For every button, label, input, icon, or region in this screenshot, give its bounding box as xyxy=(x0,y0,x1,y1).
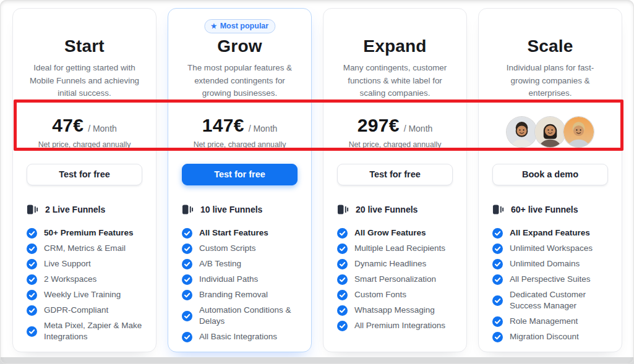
check-icon xyxy=(337,228,348,239)
mobile-funnel-icon xyxy=(27,204,38,215)
feature-item: CRM, Metrics & Email xyxy=(27,243,142,254)
feature-item: All Basic Integrations xyxy=(182,331,298,342)
feature-label: All Perspective Suites xyxy=(510,274,591,285)
funnels-row: 10 live Funnels xyxy=(182,204,298,215)
feature-label: 50+ Premium Features xyxy=(44,227,133,239)
feature-item: Dynamic Headlines xyxy=(337,258,453,269)
check-icon xyxy=(337,290,348,300)
feature-item: 2 Workspaces xyxy=(27,274,142,285)
feature-label: A/B Testing xyxy=(199,258,241,269)
check-icon xyxy=(182,332,192,342)
mobile-funnel-icon xyxy=(337,204,349,215)
price-line: 47€ / Month xyxy=(52,115,117,136)
price-note: Net price, charged annually xyxy=(194,140,286,149)
plan-card: Scale Individual plans for fast-growing … xyxy=(478,8,622,352)
customer-avatar-1 xyxy=(506,116,538,148)
check-icon xyxy=(337,259,348,269)
check-icon xyxy=(27,290,37,300)
cta-button[interactable]: Test for free xyxy=(27,164,142,185)
check-icon xyxy=(492,316,503,327)
feature-label: Custom Scripts xyxy=(199,243,256,254)
check-icon xyxy=(27,243,37,254)
funnels-row: 60+ live Funnels xyxy=(492,204,608,215)
feature-item: Unlimited Workspaces xyxy=(492,243,608,254)
customer-avatar-3 xyxy=(563,116,594,148)
check-icon xyxy=(182,259,192,269)
check-icon xyxy=(27,305,37,316)
feature-item: Weekly Live Training xyxy=(27,289,142,300)
feature-label: All Expand Features xyxy=(510,227,590,239)
feature-label: All Grow Features xyxy=(354,227,426,239)
feature-label: CRM, Metrics & Email xyxy=(44,243,126,254)
plan-title: Expand xyxy=(337,36,453,56)
check-icon xyxy=(492,259,503,269)
price-period: / Month xyxy=(249,124,278,133)
cta-button[interactable]: Test for free xyxy=(337,164,453,185)
badge-label: Most popular xyxy=(220,21,268,31)
customer-avatar-2 xyxy=(534,116,566,148)
feature-item: Custom Scripts xyxy=(182,243,298,254)
feature-item: Custom Fonts xyxy=(337,289,453,300)
feature-label: All Premium Integrations xyxy=(354,320,445,331)
price-area: 147€ / Month Net price, charged annually xyxy=(182,101,298,163)
funnels-label: 20 live Funnels xyxy=(356,205,418,214)
feature-label: Automation Conditions & Delays xyxy=(199,305,298,327)
funnels-row: 2 Live Funnels xyxy=(27,204,142,215)
feature-label: 2 Workspaces xyxy=(44,274,96,285)
price-area: 47€ / Month Net price, charged annually xyxy=(27,101,142,163)
feature-item: All Perspective Suites xyxy=(492,274,608,285)
plan-card: ★ Most popular Grow The most popular fea… xyxy=(168,8,312,352)
check-icon xyxy=(182,274,192,285)
feature-item: Branding Removal xyxy=(182,289,298,300)
feature-item: Multiple Lead Recipients xyxy=(337,243,453,254)
feature-label: Role Management xyxy=(510,316,578,327)
plan-description: Individual plans for fast-growing compan… xyxy=(492,62,608,101)
feature-list: All Grow Features Multiple Lead Recipien… xyxy=(337,227,453,331)
feature-item: GDPR-Compliant xyxy=(27,305,142,316)
feature-label: Whatsapp Messaging xyxy=(354,305,435,316)
check-icon xyxy=(492,243,503,254)
plan-description: The most popular features & extended con… xyxy=(182,62,298,101)
feature-item: Role Management xyxy=(492,316,608,327)
feature-label: Branding Removal xyxy=(199,289,268,300)
plan-card: Start Ideal for getting started with Mob… xyxy=(12,8,156,352)
plan-card: Expand Many contingents, customer functi… xyxy=(323,8,467,352)
funnels-label: 2 Live Funnels xyxy=(45,205,105,214)
feature-label: Unlimited Domains xyxy=(510,258,580,269)
feature-label: Smart Personalization xyxy=(354,274,436,285)
cta-button[interactable]: Test for free xyxy=(182,164,298,185)
price-period: / Month xyxy=(88,124,117,133)
mobile-funnel-icon xyxy=(182,204,194,215)
plan-title: Grow xyxy=(182,36,298,56)
feature-item: All Premium Integrations xyxy=(337,320,453,331)
price-line: 147€ / Month xyxy=(202,115,278,136)
check-icon xyxy=(27,228,37,239)
feature-list: 50+ Premium Features CRM, Metrics & Emai… xyxy=(27,227,142,342)
check-icon xyxy=(182,311,192,321)
check-icon xyxy=(337,305,348,316)
feature-item: Unlimited Domains xyxy=(492,258,608,269)
feature-item: 50+ Premium Features xyxy=(27,227,142,239)
most-popular-badge: ★ Most popular xyxy=(204,19,275,33)
feature-item: Automation Conditions & Delays xyxy=(182,305,298,327)
price-period: / Month xyxy=(404,124,433,133)
feature-item: Migration Discount xyxy=(492,331,608,342)
feature-label: Live Support xyxy=(44,258,91,269)
check-icon xyxy=(27,259,37,269)
plan-description: Ideal for getting started with Mobile Fu… xyxy=(27,62,142,101)
check-icon xyxy=(337,274,348,285)
check-icon xyxy=(182,290,192,300)
feature-item: All Expand Features xyxy=(492,227,608,239)
plan-price: 297€ xyxy=(358,115,400,136)
check-icon xyxy=(492,295,503,306)
price-note: Net price, charged annually xyxy=(38,140,131,149)
cta-button[interactable]: Book a demo xyxy=(492,164,608,185)
feature-label: Custom Fonts xyxy=(354,289,406,300)
feature-item: Live Support xyxy=(27,258,142,269)
check-icon xyxy=(182,243,192,254)
check-icon xyxy=(492,274,503,285)
price-note: Net price, charged annually xyxy=(349,140,442,149)
feature-item: Dedicated Customer Success Manager xyxy=(492,289,608,311)
plan-title: Start xyxy=(27,36,142,56)
feature-item: Smart Personalization xyxy=(337,274,453,285)
